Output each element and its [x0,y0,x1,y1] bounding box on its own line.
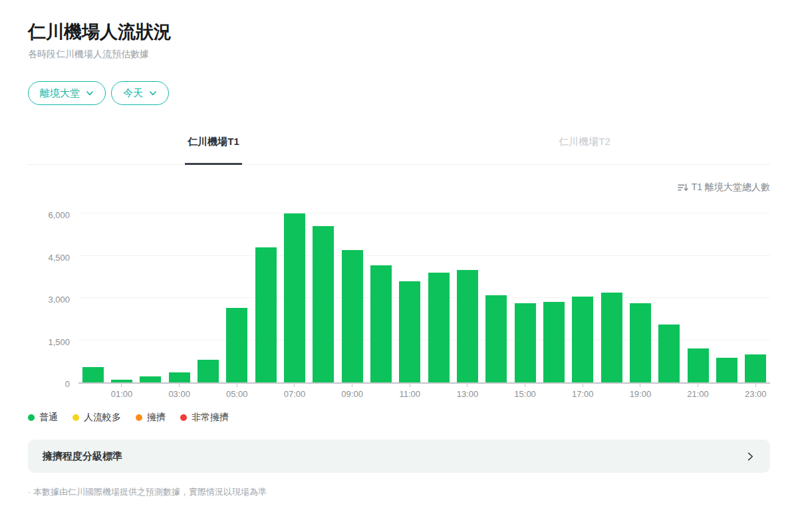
bar-04:00[interactable] [198,360,219,382]
x-axis-slot [482,384,511,402]
bar-21:00[interactable] [688,348,709,382]
legend-label: 普通 [39,412,58,424]
legend-dot [28,414,35,421]
x-axis-slot [251,384,280,402]
tab-terminal-2[interactable]: 仁川機場T2 [399,121,770,164]
chart-series-label: T1 離境大堂總人數 [692,182,770,194]
bar-23:00[interactable] [745,354,766,382]
x-axis-tick-label: 07:00 [284,389,306,399]
x-axis-slot [597,384,626,402]
x-axis-tick [237,384,237,387]
x-axis-slot: 09:00 [338,384,366,402]
x-axis: 01:0003:0005:0007:0009:0011:0013:0015:00… [78,384,770,402]
x-axis-tick [294,384,295,387]
bar-00:00[interactable] [82,367,104,382]
x-axis-slot [78,384,107,402]
bar-slot [597,293,626,382]
legend-item: 人流較多 [72,412,121,424]
x-axis-tick-label: 05:00 [226,389,248,399]
day-filter-label: 今天 [123,87,143,100]
legend-item: 普通 [28,412,58,424]
hall-filter-dropdown[interactable]: 離境大堂 [28,81,106,105]
bar-slot [107,380,136,382]
bar-02:00[interactable] [140,376,161,382]
x-axis-tick [640,384,640,387]
x-axis-tick [121,384,122,387]
x-axis-slot [309,384,338,402]
legend-label: 擁擠 [147,412,166,424]
bar-slot [482,295,511,382]
x-axis-tick [467,384,467,387]
x-axis-slot: 07:00 [280,384,309,402]
bar-slot [539,302,568,382]
x-axis-tick [352,384,352,387]
bar-slot [280,213,309,382]
tab-terminal-1-label: 仁川機場T1 [188,136,239,147]
bar-05:00[interactable] [226,308,247,382]
x-axis-slot [655,384,684,402]
x-axis-tick-label: 01:00 [111,389,133,399]
day-filter-dropdown[interactable]: 今天 [111,81,169,105]
x-axis-tick-label: 03:00 [168,389,190,399]
chevron-right-icon [745,452,755,462]
tab-terminal-1[interactable]: 仁川機場T1 [28,121,399,164]
bar-19:00[interactable] [630,303,651,382]
bar-slot [569,297,597,382]
bar-14:00[interactable] [485,295,507,382]
bar-slot [366,265,395,382]
x-axis-tick-label: 11:00 [399,389,420,399]
passenger-flow-bar-chart: 01,5003,0004,5006,000 01:0003:0005:0007:… [28,215,770,402]
x-axis-slot: 03:00 [165,384,194,402]
bar-slot [251,247,280,382]
gridline [78,213,770,213]
x-axis-slot: 13:00 [453,384,481,402]
x-axis-tick [698,384,698,387]
x-axis-slot: 15:00 [511,384,539,402]
bar-slot [194,360,222,382]
active-tab-underline [185,163,242,165]
x-axis-slot: 23:00 [741,384,770,402]
bar-01:00[interactable] [111,380,132,382]
sort-descending-icon [677,182,688,193]
legend-dot [72,414,79,421]
bar-15:00[interactable] [515,303,536,382]
crowd-level-criteria-panel[interactable]: 擁擠程度分級標準 [28,440,770,473]
legend-item: 擁擠 [136,412,166,424]
legend-item: 非常擁擠 [180,412,229,424]
x-axis-tick [179,384,180,387]
bar-06:00[interactable] [255,247,277,382]
bar-10:00[interactable] [370,265,392,382]
bar-11:00[interactable] [399,281,420,382]
x-axis-tick [755,384,756,387]
chevron-down-icon [86,89,94,97]
bar-13:00[interactable] [457,270,478,382]
bar-22:00[interactable] [716,358,737,382]
disclaimer-footnote: · 本數據由仁川國際機場提供之預測數據，實際情況以現場為準 [28,486,770,498]
bar-09:00[interactable] [342,250,363,382]
terminal-tabs: 仁川機場T1 仁川機場T2 [28,121,770,165]
x-axis-slot: 19:00 [626,384,654,402]
filter-bar: 離境大堂 今天 [28,81,770,105]
bar-slot [338,250,366,382]
bar-slot [626,303,654,382]
x-axis-slot [424,384,453,402]
x-axis-slot: 11:00 [396,384,424,402]
y-axis-tick-label: 0 [65,379,70,389]
plot-area [78,215,770,384]
bar-18:00[interactable] [601,293,622,382]
bar-17:00[interactable] [572,297,593,382]
bar-20:00[interactable] [658,325,680,382]
bar-03:00[interactable] [169,372,190,382]
x-axis-tick-label: 09:00 [341,389,363,399]
bar-12:00[interactable] [428,273,450,382]
bar-slot [165,372,194,382]
bar-07:00[interactable] [284,213,305,382]
bar-08:00[interactable] [313,226,334,382]
bars-row [78,215,770,382]
x-axis-slot [539,384,568,402]
x-axis-tick-label: 23:00 [745,389,767,399]
legend-dot [136,414,142,421]
x-axis-slot: 05:00 [223,384,251,402]
x-axis-slot: 21:00 [684,384,712,402]
bar-16:00[interactable] [543,302,565,382]
